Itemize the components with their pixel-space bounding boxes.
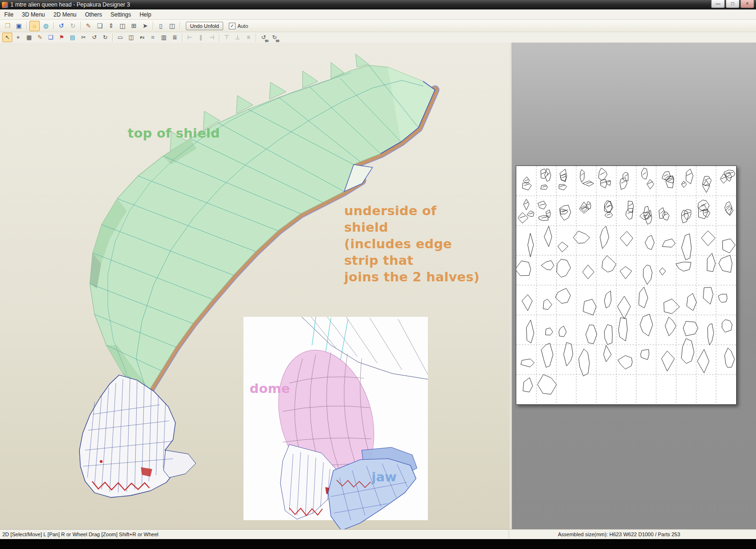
pages-icon[interactable]: ❏ [46,33,56,42]
status-assembled-size: Assembled size(mm): H623 W622 D1000 / Pa… [558,532,680,537]
app-icon [2,2,8,8]
open-folder-icon[interactable]: ❒ [2,21,13,31]
grid-icon[interactable]: ▦ [24,33,34,42]
viewport-3d[interactable]: top of shield underside of shield (inclu… [0,43,510,529]
bottom-strip [0,539,756,549]
rotate-left-90-icon[interactable]: ↺90 [259,33,269,42]
align-top-icon[interactable]: ⊤ [222,33,232,42]
align-bottom-icon[interactable]: ⊥ [233,33,243,42]
status-divider [509,531,509,538]
distribute-icon[interactable]: ≡ [243,33,253,42]
window-title: 1 mtre alien queen head - Pepakura Desig… [10,1,130,8]
rotate-cw-icon[interactable]: ↻ [100,33,110,42]
pencil-icon[interactable]: ✎ [83,21,94,31]
auto-checkbox[interactable]: ✓ [229,23,235,29]
window-controls: — □ × [711,0,754,8]
select-move-icon[interactable]: ↖ [2,33,12,42]
status-hint-text: 2D [Select/Move] L [Pan] R or Wheel Drag… [2,532,158,537]
new-window-icon[interactable]: ⊞ [129,21,139,31]
toolbar-main: ❒ ▣ ☼ ◍ ↺ ↻ ✎ ❑ ⇕ ◫ ⊞ ➤ ▯ ◫ Undo Unfold … [0,20,756,32]
undo-unfold-button[interactable]: Undo Unfold [186,22,223,30]
toolbar-separator [113,34,113,42]
part-id-icon[interactable]: P.I [140,35,144,40]
app-window: 1 mtre alien queen head - Pepakura Desig… [0,0,756,549]
align-left-icon[interactable]: ⊢ [185,33,195,42]
toolbar-separator [80,22,81,30]
menu-file[interactable]: File [0,10,17,19]
toolbar-separator [256,34,256,42]
maximize-button[interactable]: □ [726,0,739,8]
light-bulb-icon[interactable]: ☼ [29,21,40,31]
rotate-right-90-icon[interactable]: ↻90 [269,33,279,42]
target-icon[interactable]: ⌖ [13,33,23,42]
menu-others[interactable]: Others [81,10,106,19]
toolbar-separator [182,34,182,42]
align-right-icon[interactable]: ⊣ [207,33,217,42]
toolbar-separator [180,22,180,30]
toolbar-separator [153,22,153,30]
pattern-sheet[interactable]: .grid{stroke:#b3b3b3;stroke-width:1;stro… [516,166,737,405]
viewport-2d[interactable]: .grid{stroke:#b3b3b3;stroke-width:1;stro… [512,43,756,529]
flag-icon[interactable]: ⚑ [57,33,67,42]
toolbar-separator [26,22,27,30]
view-3d-only-icon[interactable]: ▯ [156,21,166,31]
auto-checkbox-group: ✓ Auto [229,23,248,29]
join-parts-icon[interactable]: ◫ [126,33,136,42]
auto-checkbox-label: Auto [237,23,248,29]
rotate-ccw-icon[interactable]: ↺ [89,33,99,42]
box-icon[interactable]: ❑ [95,21,105,31]
status-bar: 2D [Select/Move] L [Pan] R or Wheel Drag… [0,529,756,540]
texture-view-icon[interactable]: ◍ [41,21,51,31]
title-bar: 1 mtre alien queen head - Pepakura Desig… [0,0,756,9]
pattern-sheet-canvas[interactable]: .grid{stroke:#b3b3b3;stroke-width:1;stro… [516,166,736,404]
table-icon[interactable]: ▥ [159,33,169,42]
edge-id-icon[interactable]: ⌗ [148,33,158,42]
minimize-button[interactable]: — [711,0,725,8]
menu-help[interactable]: Help [135,10,156,19]
toolbar-separator [53,22,54,30]
view-both-icon[interactable]: ◫ [167,21,177,31]
image-icon[interactable]: ▤ [68,33,78,42]
model-3d-canvas[interactable] [0,43,510,529]
toolbar-2d: ↖ ⌖ ▦ ✎ ❏ ⚑ ▤ ✂ ↺ ↻ ▭ ◫ P.I ⌗ ▥ ≣ ⊢ ∥ ⊣ … [0,32,756,43]
close-button[interactable]: × [740,0,754,8]
print-layout-icon[interactable]: ≣ [170,33,180,42]
menu-bar: File 3D Menu 2D Menu Others Settings Hel… [0,9,756,20]
align-center-icon[interactable]: ∥ [196,33,206,42]
save-icon[interactable]: ▣ [14,21,24,31]
pointer-mode-icon[interactable]: ➤ [140,21,150,31]
select-rect-icon[interactable]: ▭ [115,33,125,42]
toolbar-separator [219,34,219,42]
redo-icon[interactable]: ↻ [68,21,78,31]
undo-icon[interactable]: ↺ [56,21,67,31]
menu-3d[interactable]: 3D Menu [17,10,49,19]
pen-icon[interactable]: ✎ [35,33,45,42]
move-vertical-icon[interactable]: ⇕ [106,21,116,31]
menu-2d[interactable]: 2D Menu [49,10,81,19]
split-window-icon[interactable]: ◫ [117,21,128,31]
menu-settings[interactable]: Settings [106,10,135,19]
scissors-icon[interactable]: ✂ [78,33,88,42]
